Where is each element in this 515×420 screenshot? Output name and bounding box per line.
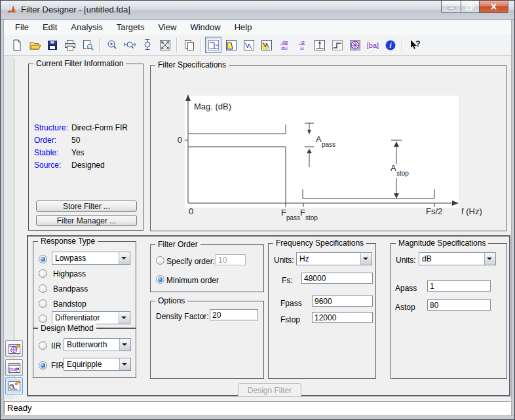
minimum-order-radio[interactable] — [156, 275, 164, 284]
bandpass-radio[interactable] — [39, 284, 47, 293]
chevron-down-icon[interactable] — [119, 339, 130, 351]
iir-radio[interactable] — [39, 341, 47, 350]
svg-text:ω: ω — [300, 46, 304, 50]
chevron-down-icon[interactable] — [484, 253, 495, 265]
print-button[interactable] — [62, 37, 78, 53]
menu-view[interactable]: View — [151, 20, 183, 34]
order-value: 50 — [71, 136, 80, 145]
menubar: File Edit Analysis Targets View Window H… — [4, 19, 511, 35]
magnitude-and-phase-response-icon — [260, 39, 273, 52]
filter-coefficients-button[interactable]: [ba] — [364, 37, 381, 53]
import-filter-button[interactable]: [ba] — [5, 359, 23, 376]
svg-text:dω: dω — [281, 46, 288, 50]
print-preview-button[interactable] — [79, 37, 96, 53]
menu-window[interactable]: Window — [183, 20, 227, 34]
print-to-figure-button[interactable] — [181, 37, 197, 53]
chevron-down-icon[interactable] — [119, 312, 130, 324]
differentiator-radio[interactable] — [39, 315, 47, 323]
lowpass-select[interactable]: Lowpass — [52, 252, 130, 265]
stable-label: Stable: — [34, 148, 58, 157]
lowpass-radio[interactable] — [39, 255, 47, 263]
design-method-group: Design Method IIR Butterworth FIR Equiri… — [33, 328, 136, 378]
lowpass-select-value: Lowpass — [55, 254, 118, 263]
fs-input[interactable] — [301, 273, 373, 284]
fstop-input[interactable] — [312, 312, 373, 323]
design-filter-panel-button[interactable] — [5, 377, 23, 394]
print-icon — [64, 39, 77, 52]
restore-button[interactable] — [461, 1, 480, 13]
filter-manager-button[interactable]: Filter Manager ... — [36, 215, 137, 226]
filter-specifications-button[interactable] — [205, 37, 221, 53]
density-factor-label: Density Factor: — [156, 312, 209, 321]
save-button[interactable] — [44, 37, 60, 53]
specify-order-input[interactable] — [216, 254, 246, 265]
group-delay-response-button[interactable]: -dφdω — [276, 37, 292, 53]
apass-input[interactable] — [427, 280, 491, 292]
chevron-down-icon[interactable] — [360, 253, 372, 265]
freq-units-select[interactable]: Hz — [296, 252, 372, 265]
differentiator-select-value: Differentiator — [55, 313, 118, 322]
fpass-input[interactable] — [312, 296, 373, 307]
phase-response-button[interactable] — [240, 37, 257, 53]
zoom-y-button[interactable] — [139, 37, 155, 53]
phase-delay-response-button[interactable]: -φω — [294, 37, 310, 53]
diagram-ylabel: Mag. (dB) — [194, 102, 231, 111]
fir-method-value: Equiripple — [67, 360, 119, 369]
diagram-origin: 0 — [189, 206, 193, 216]
mag-units-select[interactable]: dB — [419, 252, 496, 265]
magnitude-response-button[interactable] — [223, 37, 239, 53]
window-frame-bottom — [1, 415, 514, 419]
filter-information-button[interactable]: i — [382, 37, 398, 53]
group-title: Filter Specifications — [155, 60, 229, 69]
highpass-radio[interactable] — [39, 269, 47, 278]
chevron-down-icon[interactable] — [119, 252, 130, 264]
titlebar[interactable]: Filter Designer - [untitled.fda] — [1, 1, 514, 20]
magnitude-and-phase-response-button[interactable] — [258, 37, 275, 53]
design-filter-button[interactable]: Design Filter — [238, 383, 301, 397]
minimize-button[interactable] — [441, 1, 461, 13]
menu-edit[interactable]: Edit — [36, 20, 64, 34]
astop-input[interactable] — [427, 299, 491, 311]
impulse-response-button[interactable] — [311, 37, 328, 53]
filter-order-group: Filter Order Specify order: Minimum orde… — [150, 244, 264, 292]
diagram-zero-tick: 0 — [178, 135, 182, 145]
menu-analysis[interactable]: Analysis — [64, 20, 109, 34]
fir-method-select[interactable]: Equiripple — [64, 358, 131, 371]
toolbar-separator — [99, 38, 100, 52]
pole-zero-plot-button[interactable] — [347, 37, 363, 53]
status-field: Ready — [4, 401, 511, 415]
store-filter-button[interactable]: Store Filter ... — [36, 200, 137, 212]
zoom-in-button[interactable] — [104, 37, 120, 53]
structure-label: Structure: — [34, 123, 68, 132]
help-mode-icon: ? — [408, 39, 421, 52]
density-factor-input[interactable] — [210, 309, 258, 320]
menu-targets[interactable]: Targets — [110, 20, 151, 34]
group-title: Design Method — [38, 324, 96, 333]
magnitude-specifications-group: Magnitude Specifications Units: dB Apass… — [391, 243, 507, 379]
bandstop-radio[interactable] — [39, 299, 47, 308]
new-file-button[interactable] — [9, 37, 25, 53]
specify-order-radio[interactable] — [156, 256, 164, 265]
zoom-x-button[interactable] — [121, 37, 138, 53]
chevron-down-icon[interactable] — [119, 358, 130, 370]
diagram-fstop-sub: stop — [305, 214, 318, 221]
close-button[interactable] — [480, 1, 508, 13]
open-file-button[interactable] — [26, 37, 43, 53]
svg-text:-φ: -φ — [299, 40, 304, 45]
step-response-button[interactable] — [329, 37, 345, 53]
menu-file[interactable]: File — [9, 20, 35, 34]
fir-radio[interactable] — [39, 361, 47, 370]
import-filter-icon: [ba] — [7, 360, 22, 375]
iir-method-select[interactable]: Butterworth — [64, 338, 131, 351]
full-view-button[interactable] — [157, 37, 173, 53]
help-mode-button[interactable]: ? — [406, 37, 423, 53]
menu-help[interactable]: Help — [228, 20, 259, 34]
group-title: Current Filter Information — [33, 59, 126, 68]
diagram-fstop: F — [300, 208, 305, 218]
diagram-apass: A — [316, 134, 322, 144]
bandpass-label: Bandpass — [53, 284, 88, 294]
pole-zero-editor-button[interactable] — [5, 340, 23, 357]
iir-method-value: Butterworth — [67, 340, 119, 349]
differentiator-select[interactable]: Differentiator — [52, 311, 130, 324]
open-file-icon — [28, 39, 41, 52]
